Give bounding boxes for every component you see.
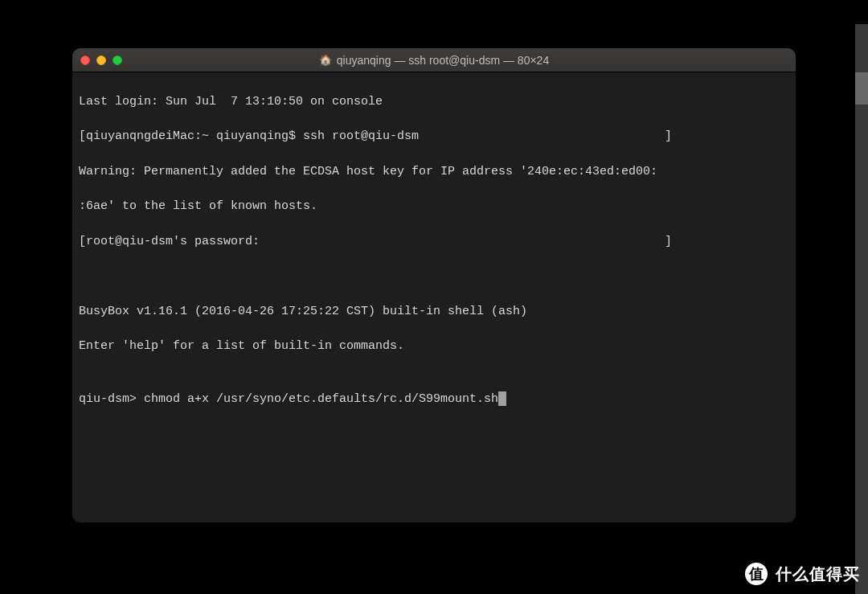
titlebar[interactable]: 🏠 qiuyanqing — ssh root@qiu-dsm — 80×24 xyxy=(72,48,796,72)
window-title-text: qiuyanqing — ssh root@qiu-dsm — 80×24 xyxy=(337,54,549,67)
terminal-line: Warning: Permanently added the ECDSA hos… xyxy=(79,163,789,181)
watermark: 值 什么值得买 xyxy=(743,554,868,594)
minimize-button[interactable] xyxy=(96,55,106,65)
watermark-badge-icon: 值 xyxy=(743,561,769,587)
cursor-icon xyxy=(498,391,506,406)
terminal-line: :6ae' to the list of known hosts. xyxy=(79,198,789,215)
terminal-line: Enter 'help' for a list of built-in comm… xyxy=(79,338,789,355)
maximize-button[interactable] xyxy=(113,55,122,65)
terminal-line: [root@qiu-dsm's password: ] xyxy=(79,233,789,251)
terminal-line: [qiuyanqngdeiMac:~ qiuyanqing$ ssh root@… xyxy=(79,128,789,145)
watermark-text: 什么值得买 xyxy=(776,563,860,585)
terminal-body[interactable]: Last login: Sun Jul 7 13:10:50 on consol… xyxy=(72,72,796,522)
terminal-line: Last login: Sun Jul 7 13:10:50 on consol… xyxy=(79,93,789,111)
terminal-prompt-line: qiu-dsm> chmod a+x /usr/syno/etc.default… xyxy=(79,391,789,408)
terminal-command: qiu-dsm> chmod a+x /usr/syno/etc.default… xyxy=(79,392,498,406)
window-title: 🏠 qiuyanqing — ssh root@qiu-dsm — 80×24 xyxy=(72,54,796,67)
close-button[interactable] xyxy=(80,55,90,65)
terminal-window: 🏠 qiuyanqing — ssh root@qiu-dsm — 80×24 … xyxy=(72,48,796,522)
traffic-lights xyxy=(80,55,122,65)
home-icon: 🏠 xyxy=(319,54,332,66)
terminal-line: BusyBox v1.16.1 (2016-04-26 17:25:22 CST… xyxy=(79,303,789,321)
